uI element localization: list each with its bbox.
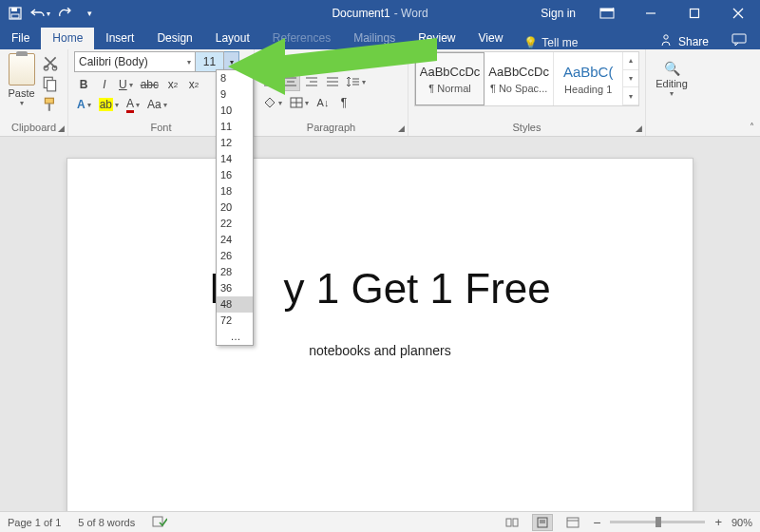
chevron-up-icon[interactable]: ▴ (623, 52, 638, 70)
font-size-dropdown-list[interactable]: 891011121416182022242628364872… (216, 69, 254, 346)
zoom-level[interactable]: 90% (732, 517, 752, 528)
font-size-option[interactable]: 24 (217, 232, 253, 248)
text-effects-button[interactable]: A (74, 95, 94, 114)
change-case-button[interactable]: Aa (144, 95, 170, 114)
align-center-button[interactable] (281, 72, 300, 91)
doc-subtext[interactable]: notebooks and planners (67, 343, 693, 358)
font-size-option[interactable]: 36 (217, 280, 253, 296)
borders-button[interactable] (287, 93, 312, 112)
strikethrough-button[interactable]: abc (138, 75, 162, 94)
paste-button[interactable]: Paste ▾ (6, 51, 37, 114)
show-marks-button[interactable]: ¶ (334, 93, 353, 112)
gallery-expand-icon[interactable]: ▾ (623, 87, 638, 105)
word-count[interactable]: 5 of 8 words (78, 517, 135, 528)
shading-button[interactable] (260, 93, 285, 112)
align-right-button[interactable] (302, 72, 321, 91)
font-size-more[interactable]: … (217, 329, 253, 345)
bold-button[interactable]: B (74, 75, 93, 94)
save-icon[interactable] (4, 2, 27, 25)
tab-home[interactable]: Home (41, 28, 94, 49)
tab-references[interactable]: References (261, 28, 342, 49)
collapse-ribbon-icon[interactable]: ˄ (750, 122, 754, 132)
font-size-option[interactable]: 22 (217, 216, 253, 232)
decrease-indent-button[interactable] (340, 51, 359, 70)
web-layout-icon[interactable] (562, 514, 583, 531)
app-name: - Word (394, 7, 428, 20)
tell-me[interactable]: 💡 Tell me (514, 36, 587, 49)
tab-view[interactable]: View (467, 28, 515, 49)
read-mode-icon[interactable] (502, 514, 522, 531)
svg-rect-2 (11, 14, 19, 18)
dialog-launcher-icon[interactable]: ◢ (636, 124, 642, 133)
tab-insert[interactable]: Insert (94, 28, 145, 49)
tab-file[interactable]: File (0, 28, 41, 49)
doc-heading[interactable]: B y 1 Get 1 Free (67, 265, 693, 313)
group-paragraph: 123 A↓ ¶ Paragraph ◢ (255, 49, 408, 136)
format-painter-button[interactable] (39, 95, 62, 114)
cut-button[interactable] (39, 53, 62, 72)
line-spacing-button[interactable] (344, 72, 369, 91)
style-normal[interactable]: AaBbCcDc ¶ Normal (415, 52, 484, 105)
zoom-in-button[interactable]: + (714, 515, 722, 529)
font-size-option[interactable]: 12 (217, 135, 253, 151)
share-button[interactable]: Share (650, 33, 718, 49)
maximize-button[interactable] (673, 0, 716, 27)
qat-customize-icon[interactable]: ▾ (78, 2, 101, 25)
bullets-button[interactable] (260, 51, 285, 70)
font-name-combo[interactable]: Calibri (Body) ▾ (74, 51, 196, 72)
font-size-option[interactable]: 11 (217, 119, 253, 135)
group-editing[interactable]: 🔍 Editing ▾ (646, 49, 697, 136)
font-size-option[interactable]: 48 (217, 296, 253, 313)
numbering-button[interactable]: 123 (287, 51, 312, 70)
page-indicator[interactable]: Page 1 of 1 (8, 517, 61, 528)
comments-icon[interactable] (718, 33, 760, 49)
italic-button[interactable]: I (95, 75, 114, 94)
print-layout-icon[interactable] (532, 514, 553, 531)
font-size-option[interactable]: 26 (217, 248, 253, 264)
font-size-option[interactable]: 72 (217, 313, 253, 329)
align-left-button[interactable] (260, 72, 279, 91)
svg-point-17 (264, 56, 266, 58)
zoom-slider[interactable] (610, 521, 705, 523)
font-size-option[interactable]: 14 (217, 151, 253, 167)
svg-rect-6 (691, 10, 699, 18)
highlight-button[interactable]: ab (96, 95, 122, 114)
window-title: Document1 - Word (332, 7, 428, 20)
font-color-button[interactable]: A (124, 95, 142, 114)
font-size-option[interactable]: 9 (217, 86, 253, 103)
subscript-button[interactable]: x2 (163, 75, 182, 94)
font-size-option[interactable]: 16 (217, 167, 253, 183)
superscript-button[interactable]: x2 (184, 75, 203, 94)
minimize-button[interactable] (629, 0, 673, 27)
gallery-scroll[interactable]: ▴ ▾ ▾ (623, 52, 638, 105)
chevron-down-icon[interactable]: ▾ (623, 70, 638, 88)
dialog-launcher-icon[interactable]: ◢ (398, 124, 405, 133)
style-no-spacing[interactable]: AaBbCcDc ¶ No Spac... (484, 52, 554, 105)
multilevel-list-button[interactable] (314, 51, 338, 70)
copy-button[interactable] (39, 74, 62, 93)
lightbulb-icon: 💡 (523, 36, 538, 49)
signin-button[interactable]: Sign in (531, 0, 585, 27)
font-size-option[interactable]: 28 (217, 264, 253, 280)
font-size-option[interactable]: 20 (217, 200, 253, 216)
increase-indent-button[interactable] (361, 51, 380, 70)
tab-layout[interactable]: Layout (204, 28, 261, 49)
close-button[interactable] (716, 0, 760, 27)
justify-button[interactable] (323, 72, 342, 91)
page[interactable]: B y 1 Get 1 Free notebooks and planners (66, 158, 694, 511)
zoom-out-button[interactable]: − (593, 515, 600, 530)
font-size-option[interactable]: 18 (217, 183, 253, 200)
dialog-launcher-icon[interactable]: ◢ (58, 124, 65, 133)
ribbon-display-options-icon[interactable] (585, 0, 629, 27)
spellcheck-icon[interactable] (152, 515, 167, 530)
sort-button[interactable]: A↓ (314, 93, 332, 112)
undo-icon[interactable]: ▾ (28, 2, 51, 25)
redo-icon[interactable] (53, 2, 76, 25)
style-heading1[interactable]: AaBbC( Heading 1 (554, 52, 623, 105)
font-size-option[interactable]: 10 (217, 103, 253, 119)
tab-mailings[interactable]: Mailings (342, 28, 407, 49)
font-size-option[interactable]: 8 (217, 70, 253, 86)
underline-button[interactable]: U (116, 75, 136, 94)
tab-design[interactable]: Design (145, 28, 203, 49)
tab-review[interactable]: Review (407, 28, 466, 49)
